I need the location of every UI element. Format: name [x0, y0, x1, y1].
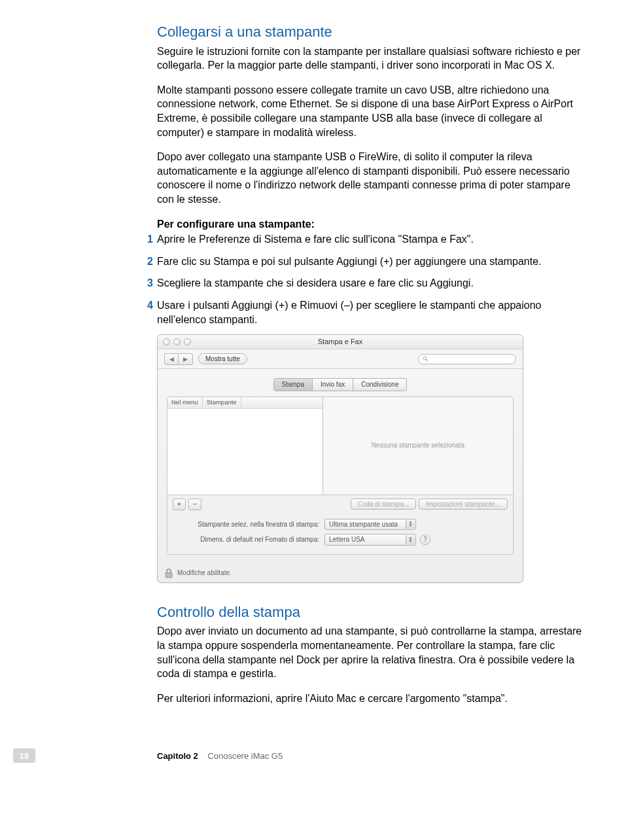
tab-stampa[interactable]: Stampa: [273, 378, 313, 391]
paragraph: Dopo aver collegato una stampante USB o …: [157, 150, 582, 206]
print-queue-button[interactable]: Coda di stampa...: [351, 499, 416, 510]
nav-buttons: ◀ ▶: [164, 353, 193, 365]
step-item: Scegliere la stampante che si desidera u…: [143, 276, 582, 290]
col-printer: Stampante: [203, 397, 241, 408]
popup-value: Ultima stampante usata: [329, 521, 398, 528]
footer-chapter: Capitolo 2: [157, 751, 198, 761]
add-printer-button[interactable]: +: [173, 499, 186, 510]
page-number: 18: [13, 748, 35, 763]
section-heading-control: Controllo della stampa: [157, 603, 582, 622]
selected-printer-label: Stampante selez. nella finestra di stamp…: [174, 520, 324, 529]
back-button[interactable]: ◀: [164, 353, 179, 365]
lock-text: Modifiche abilitate.: [177, 569, 232, 578]
tab-invio-fax[interactable]: Invio fax: [313, 378, 353, 391]
popup-value: Lettera USA: [329, 536, 364, 543]
search-icon: [423, 356, 428, 362]
show-all-button[interactable]: Mostra tutte: [198, 353, 247, 365]
window-title: Stampa e Fax: [158, 337, 523, 347]
chevron-updown-icon: ▲▼: [406, 535, 415, 544]
steps-list: Aprire le Preferenze di Sistema e fare c…: [143, 232, 582, 326]
remove-printer-button[interactable]: −: [188, 499, 201, 510]
page-footer: 18 Capitolo 2 Conoscere iMac G5: [0, 729, 628, 776]
no-printer-text: Nessuna stampante selezionata: [372, 441, 464, 450]
steps-heading: Per configurare una stampante:: [157, 217, 582, 232]
tab-condivisione[interactable]: Condivisione: [353, 378, 407, 391]
section-heading-connect: Collegarsi a una stampante: [157, 22, 582, 42]
forward-button[interactable]: ▶: [179, 353, 193, 365]
paragraph: Seguire le istruzioni fornite con la sta…: [157, 44, 582, 73]
step-item: Aprire le Preferenze di Sistema e fare c…: [143, 232, 582, 247]
lock-row: Modifiche abilitate.: [158, 564, 523, 582]
printer-detail-pane: Nessuna stampante selezionata: [323, 397, 513, 495]
printer-pane: Nel menu Stampante Nessuna stampante sel…: [167, 396, 514, 555]
window-titlebar: Stampa e Fax: [158, 335, 523, 349]
paragraph: Molte stampanti possono essere collegate…: [157, 83, 582, 139]
help-button[interactable]: ?: [420, 534, 430, 545]
step-item: Fare clic su Stampa e poi sul pulsante A…: [143, 254, 582, 269]
svg-point-0: [423, 357, 427, 360]
svg-line-1: [427, 360, 428, 362]
chevron-updown-icon: ▲▼: [406, 520, 415, 529]
list-header: Nel menu Stampante: [167, 397, 323, 409]
search-input[interactable]: [418, 354, 516, 364]
window-toolbar: ◀ ▶ Mostra tutte: [158, 349, 523, 369]
footer-title: Conoscere iMac G5: [207, 751, 283, 761]
lock-icon[interactable]: [164, 568, 173, 578]
col-in-menu: Nel menu: [167, 397, 203, 408]
svg-rect-2: [166, 572, 172, 578]
paragraph: Dopo aver inviato un documento ad una st…: [157, 624, 582, 680]
default-size-label: Dimens. di default nel Fomato di stampa:: [174, 535, 324, 544]
paragraph: Per ulteriori informazioni, aprire l'Aiu…: [157, 691, 582, 706]
step-item: Usare i pulsanti Aggiungi (+) e Rimuovi …: [143, 298, 582, 326]
selected-printer-popup[interactable]: Ultima stampante usata ▲▼: [324, 519, 416, 531]
prefs-window: Stampa e Fax ◀ ▶ Mostra tutte Stampa Inv…: [157, 334, 523, 583]
printer-list[interactable]: Nel menu Stampante: [167, 397, 323, 495]
default-size-popup[interactable]: Lettera USA ▲▼: [324, 534, 416, 546]
printer-settings-button[interactable]: Impostazioni stampante...: [419, 499, 508, 510]
tab-bar: Stampa Invio fax Condivisione: [167, 378, 514, 391]
